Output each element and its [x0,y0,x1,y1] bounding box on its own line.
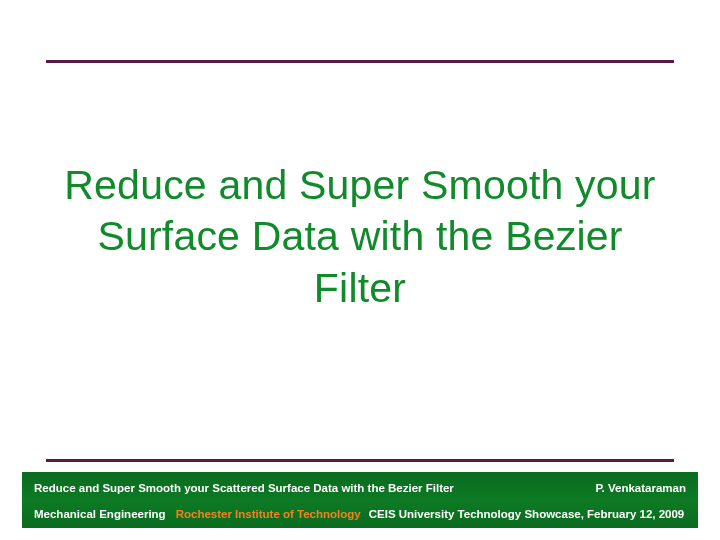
footer-event: CEIS University Technology Showcase, Feb… [369,508,685,520]
footer-institution: Rochester Institute of Technology [176,508,361,520]
footer-row-1: Reduce and Super Smooth your Scattered S… [34,482,686,494]
slide-title: Reduce and Super Smooth your Surface Dat… [60,160,660,314]
top-divider [46,60,674,63]
footer-title: Reduce and Super Smooth your Scattered S… [34,482,454,494]
footer-row-2: Mechanical Engineering Rochester Institu… [34,508,686,520]
footer-author: P. Venkataraman [595,482,686,494]
footer-bar: Reduce and Super Smooth your Scattered S… [22,472,698,528]
bottom-divider [46,459,674,462]
slide-title-block: Reduce and Super Smooth your Surface Dat… [60,160,660,314]
footer-department: Mechanical Engineering [34,508,166,520]
